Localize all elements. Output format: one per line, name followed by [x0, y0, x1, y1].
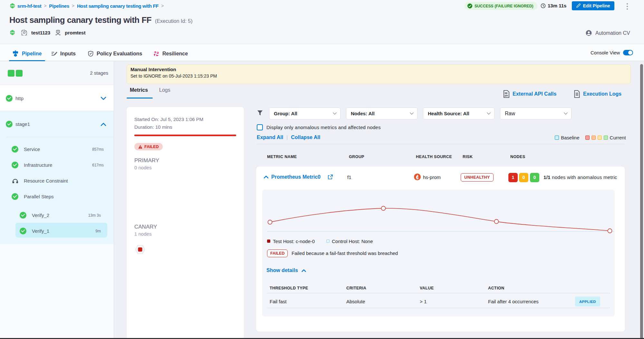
svg-text:API: API — [505, 95, 508, 97]
